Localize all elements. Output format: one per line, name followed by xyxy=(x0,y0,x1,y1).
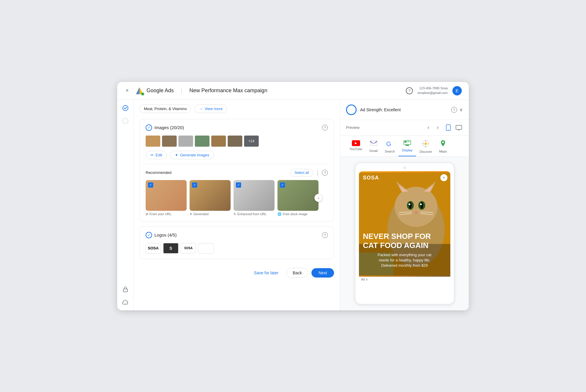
tab-display[interactable]: Display xyxy=(398,138,416,156)
preview-next-button[interactable]: › xyxy=(434,124,442,132)
strength-help-icon[interactable]: ? xyxy=(451,107,457,113)
tab-maps[interactable]: Maps xyxy=(436,138,451,156)
rec-checkbox-3[interactable]: ✓ xyxy=(236,182,241,188)
rec-checkbox-4[interactable]: ✓ xyxy=(280,182,285,188)
rec-image-2[interactable]: ✓ ✦Generated xyxy=(190,180,231,216)
search-google-icon: G xyxy=(386,140,393,148)
thumbnail-4 xyxy=(195,136,209,147)
maps-icon xyxy=(440,140,446,148)
phone-dot xyxy=(403,167,406,169)
logos-row: SOSA S SOSA xyxy=(146,243,328,254)
generate-label: Generate images xyxy=(180,153,209,157)
tab-gmail[interactable]: Gmail xyxy=(366,138,381,156)
strength-collapse-button[interactable]: ∨ xyxy=(459,107,463,113)
svg-point-2 xyxy=(141,93,144,95)
help-icon[interactable]: ? xyxy=(406,87,413,94)
campaign-title: New Performance Max campaign xyxy=(189,88,267,94)
back-button[interactable]: Back xyxy=(287,268,308,278)
sidebar-circle-icon[interactable] xyxy=(122,117,129,124)
logos-title-text: Logos (4/5) xyxy=(154,232,177,237)
rec-checkbox-2[interactable]: ✓ xyxy=(192,182,197,188)
view-more-label: View more xyxy=(205,107,222,111)
logos-section-header: ✓ Logos (4/5) ? xyxy=(146,232,328,238)
svg-point-35 xyxy=(420,202,423,208)
svg-point-27 xyxy=(394,187,437,227)
svg-point-34 xyxy=(409,202,412,208)
thumbnail-1 xyxy=(146,136,160,147)
account-info: 123-456-7890 Sosa emailme@gmail.com xyxy=(418,86,448,95)
svg-point-24 xyxy=(442,141,444,143)
generate-images-button[interactable]: ✦ Generate images xyxy=(170,151,214,159)
images-help-icon[interactable]: ? xyxy=(322,125,328,131)
form-footer: Save for later Back Next xyxy=(139,264,334,282)
next-button[interactable]: Next xyxy=(311,268,334,278)
thumbnail-3 xyxy=(178,136,193,147)
svg-rect-5 xyxy=(123,289,127,292)
rec-image-3-label: ↻Enhanced from URL xyxy=(234,212,275,216)
rec-image-2-label: ✦Generated xyxy=(190,212,231,216)
thumbnail-2 xyxy=(162,136,177,147)
preview-prev-button[interactable]: ‹ xyxy=(424,124,432,132)
sidebar-lock-icon[interactable] xyxy=(122,286,129,293)
preview-nav: ‹ › xyxy=(424,124,442,132)
svg-point-19 xyxy=(425,143,427,145)
rec-image-3[interactable]: ✓ ↻Enhanced from URL xyxy=(234,180,275,216)
sidebar-cloud-icon[interactable] xyxy=(122,299,129,306)
header-right: ? 123-456-7890 Sosa emailme@gmail.com E xyxy=(406,86,462,95)
recommended-help-icon[interactable]: ? xyxy=(322,170,328,176)
images-title: ✓ Images (20/20) xyxy=(146,124,184,131)
header-divider: | xyxy=(181,87,182,94)
ad-headline-line1: NEVER SHOP FOR xyxy=(363,232,446,241)
close-button[interactable]: × xyxy=(124,88,130,94)
youtube-icon xyxy=(352,140,360,146)
logos-check-icon: ✓ xyxy=(146,232,152,238)
mobile-device-button[interactable] xyxy=(444,124,452,132)
ad-preview-area: SOSA × NEVER SHOP FOR CAT FOOD AGAIN Pac… xyxy=(340,157,469,310)
main-content: Meat, Protein, & Vitamins → View more ✓ … xyxy=(117,100,469,310)
tab-search[interactable]: G Search xyxy=(381,138,398,156)
svg-rect-16 xyxy=(407,141,410,142)
right-panel: Ad Strength: Excellent ? ∨ Preview ‹ › xyxy=(340,100,469,310)
tab-discover[interactable]: Discover xyxy=(416,138,436,156)
ad-label: Ad ∨ xyxy=(359,277,450,282)
channel-tabs: YouTube Gmail G Search xyxy=(340,136,469,157)
display-icon xyxy=(403,140,411,147)
images-section-header: ✓ Images (20/20) ? xyxy=(146,124,328,131)
logo-empty xyxy=(198,243,214,254)
ad-close-button[interactable]: × xyxy=(440,174,447,181)
recommended-header: Recommended Select all ⋮ ? xyxy=(146,169,328,177)
ad-headline-line2: CAT FOOD AGAIN xyxy=(363,241,446,250)
rec-image-1[interactable]: ✓ ⇄From your URL xyxy=(146,180,187,216)
desktop-device-button[interactable] xyxy=(455,124,463,132)
tab-display-label: Display xyxy=(402,148,413,152)
app-name: Google Ads xyxy=(146,88,174,94)
view-more-button[interactable]: → View more xyxy=(195,105,227,113)
tag-row: Meat, Protein, & Vitamins → View more xyxy=(139,105,334,113)
sidebar-check-icon[interactable] xyxy=(122,105,129,112)
rec-image-4[interactable]: ✓ › 🌐Free stock image xyxy=(277,180,318,216)
recommended-images-grid: ✓ ⇄From your URL ✓ ✦Generated xyxy=(146,180,328,216)
rec-nav-next-button[interactable]: › xyxy=(314,194,323,202)
tab-youtube[interactable]: YouTube xyxy=(346,138,366,156)
divider xyxy=(146,164,328,164)
logos-section: ✓ Logos (4/5) ? SOSA S SOSA xyxy=(139,226,334,259)
logos-help-icon[interactable]: ? xyxy=(322,232,328,238)
more-options-button[interactable]: ⋮ xyxy=(315,170,320,176)
thumbnail-more: +14 xyxy=(244,136,259,147)
tab-maps-label: Maps xyxy=(439,150,447,153)
meat-tag[interactable]: Meat, Protein, & Vitamins xyxy=(139,105,191,113)
save-for-later-button[interactable]: Save for later xyxy=(249,268,283,278)
recommended-label: Recommended xyxy=(146,170,171,175)
select-all-button[interactable]: Select all xyxy=(290,169,313,177)
sidebar xyxy=(117,100,134,310)
rec-icons: Select all ⋮ ? xyxy=(290,169,328,177)
thumbnail-5 xyxy=(211,136,226,147)
svg-rect-14 xyxy=(406,145,409,146)
rec-checkbox-1[interactable]: ✓ xyxy=(148,182,153,188)
svg-rect-17 xyxy=(407,142,409,143)
svg-rect-15 xyxy=(404,141,407,143)
edit-button[interactable]: ✏ Edit xyxy=(146,151,167,159)
edit-label: Edit xyxy=(156,153,162,157)
thumbnail-6 xyxy=(228,136,242,147)
svg-marker-1 xyxy=(136,87,139,94)
